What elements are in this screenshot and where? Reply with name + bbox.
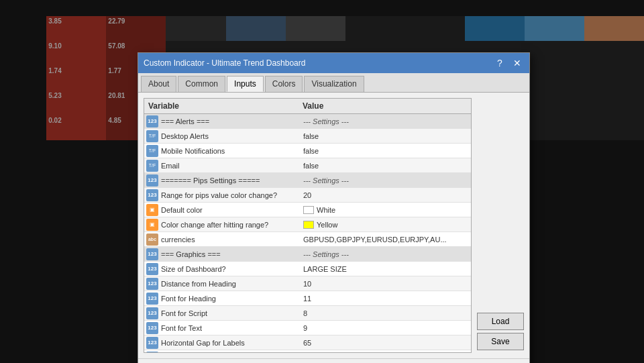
icon-123: 123 [146, 337, 158, 349]
var-currencies: currencies [158, 234, 299, 245]
side-buttons: Load Save [477, 98, 524, 353]
table-row[interactable]: T/F Mobile Notifications false [144, 144, 471, 158]
tab-about[interactable]: About [141, 76, 176, 92]
var-size-dashboard: Size of Dashboard? [158, 264, 299, 274]
table-row[interactable]: ▣ Default color White [144, 203, 471, 217]
tab-common[interactable]: Common [178, 76, 225, 92]
table-header: Variable Value [144, 99, 471, 114]
table-row[interactable]: T/F Email false [144, 158, 471, 173]
icon-123: 123 [146, 263, 158, 275]
icon-123: 123 [146, 278, 158, 290]
icon-123: 123 [146, 307, 158, 319]
icon-123: 123 [146, 293, 158, 305]
val-font-heading[interactable]: 11 [299, 293, 471, 304]
var-color-change: Color change after hitting range? [158, 219, 299, 230]
table-row[interactable]: 123 Vertical Gap 25 [144, 350, 471, 352]
icon-color: ▣ [146, 204, 158, 216]
table-row[interactable]: 123 Horizontal Gap for Labels 65 [144, 335, 471, 350]
var-vertical-gap: Vertical Gap [158, 352, 299, 353]
val-alerts: --- Settings --- [299, 116, 471, 127]
color-swatch-yellow [303, 221, 314, 229]
val-desktop-alerts[interactable]: false [299, 131, 471, 142]
table-body[interactable]: 123 === Alerts === --- Settings --- T/F … [144, 114, 471, 352]
val-font-text[interactable]: 9 [299, 323, 471, 333]
icon-abc: abc [146, 234, 158, 246]
var-mobile-notifications: Mobile Notifications [158, 146, 299, 156]
table-row[interactable]: 123 Size of Dashboard? LARGE SIZE [144, 262, 471, 276]
var-font-script: Font for Script [158, 308, 299, 319]
dialog-titlebar: Custom Indicator - Ultimate Trend Dashbo… [138, 53, 529, 73]
table-row: 123 ======= Pips Settings ===== --- Sett… [144, 173, 471, 188]
dialog-controls: ? ✕ [493, 56, 524, 70]
icon-color: ▣ [146, 219, 158, 231]
var-default-color: Default color [158, 205, 299, 215]
var-desktop-alerts: Desktop Alerts [158, 131, 299, 142]
color-swatch-white [303, 206, 314, 214]
val-default-color[interactable]: White [299, 205, 471, 215]
table-row[interactable]: abc currencies GBPUSD,GBPJPY,EURUSD,EURJ… [144, 232, 471, 247]
dialog-tabs: About Common Inputs Colors Visualization [138, 73, 529, 93]
icon-tf: T/F [146, 130, 158, 142]
tab-inputs[interactable]: Inputs [227, 76, 264, 92]
val-graphics: --- Settings --- [299, 249, 471, 260]
var-pips-settings: ======= Pips Settings ===== [158, 175, 299, 186]
help-button[interactable]: ? [493, 56, 506, 70]
val-horizontal-gap[interactable]: 65 [299, 338, 471, 348]
var-email: Email [158, 160, 299, 171]
table-row[interactable]: 123 Font for Heading 11 [144, 291, 471, 306]
close-button[interactable]: ✕ [511, 56, 524, 70]
tab-colors[interactable]: Colors [265, 76, 303, 92]
table-row[interactable]: 123 Range for pips value color change? 2… [144, 188, 471, 203]
col-variable: Variable [144, 99, 299, 113]
val-email[interactable]: false [299, 160, 471, 171]
var-horizontal-gap: Horizontal Gap for Labels [158, 338, 299, 348]
icon-123: 123 [146, 322, 158, 334]
val-font-script[interactable]: 8 [299, 308, 471, 319]
tab-visualization[interactable]: Visualization [304, 76, 364, 92]
icon-123: 123 [146, 352, 158, 353]
var-graphics: === Graphics === [158, 249, 299, 260]
val-vertical-gap[interactable]: 25 [299, 352, 471, 353]
table-row: 123 === Alerts === --- Settings --- [144, 114, 471, 129]
load-button[interactable]: Load [477, 313, 524, 330]
val-mobile-notifications[interactable]: false [299, 146, 471, 156]
val-color-change[interactable]: Yellow [299, 219, 471, 230]
val-currencies[interactable]: GBPUSD,GBPJPY,EURUSD,EURJPY,AU... [299, 234, 471, 245]
table-row[interactable]: ▣ Color change after hitting range? Yell… [144, 217, 471, 232]
var-font-text: Font for Text [158, 323, 299, 333]
val-size-dashboard[interactable]: LARGE SIZE [299, 264, 471, 274]
settings-table: Variable Value 123 === Alerts === --- Se… [144, 98, 472, 353]
dialog-title: Custom Indicator - Ultimate Trend Dashbo… [144, 58, 493, 68]
icon-123: 123 [146, 115, 158, 127]
icon-123: 123 [146, 248, 158, 260]
table-row[interactable]: 123 Distance from Heading 10 [144, 276, 471, 291]
icon-123: 123 [146, 189, 158, 201]
table-row[interactable]: T/F Desktop Alerts false [144, 129, 471, 144]
val-pips-settings: --- Settings --- [299, 175, 471, 186]
icon-123: 123 [146, 174, 158, 187]
var-distance-heading: Distance from Heading [158, 278, 299, 289]
save-button[interactable]: Save [477, 333, 524, 350]
table-row: 123 === Graphics === --- Settings --- [144, 247, 471, 262]
icon-tf: T/F [146, 145, 158, 157]
var-range-pips: Range for pips value color change? [158, 190, 299, 201]
table-row[interactable]: 123 Font for Script 8 [144, 306, 471, 321]
dialog-content: Variable Value 123 === Alerts === --- Se… [138, 93, 529, 358]
table-row[interactable]: 123 Font for Text 9 [144, 321, 471, 335]
val-distance-heading[interactable]: 10 [299, 278, 471, 289]
icon-tf: T/F [146, 160, 158, 172]
indicator-dialog: Custom Indicator - Ultimate Trend Dashbo… [138, 52, 530, 363]
dialog-footer: OK Cancel Reset [138, 358, 529, 363]
val-range-pips[interactable]: 20 [299, 190, 471, 201]
var-alerts: === Alerts === [158, 116, 299, 127]
col-value: Value [299, 99, 471, 113]
var-font-heading: Font for Heading [158, 293, 299, 304]
